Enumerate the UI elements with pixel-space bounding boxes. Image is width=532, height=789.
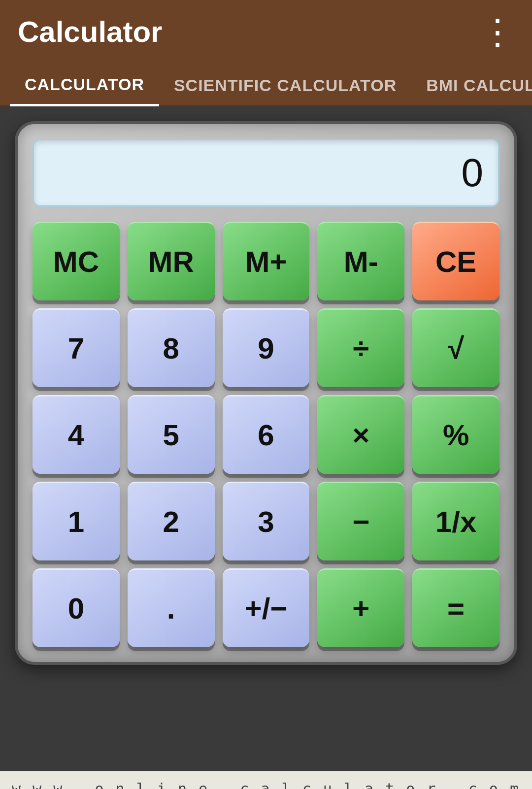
button-equals[interactable]: =: [412, 568, 499, 647]
button-subtract[interactable]: −: [317, 482, 404, 560]
button-sign[interactable]: +/−: [223, 568, 310, 647]
button-inverse[interactable]: 1/x: [412, 482, 499, 560]
tab-bmi[interactable]: BMI CALCULA: [411, 64, 532, 105]
app-title: Calculator: [18, 15, 162, 49]
button-0[interactable]: 0: [33, 568, 120, 647]
button-8[interactable]: 8: [128, 308, 215, 387]
button-3[interactable]: 3: [223, 482, 310, 560]
button-add[interactable]: +: [317, 568, 404, 647]
tab-calculator[interactable]: CALCULATOR: [10, 63, 159, 106]
button-mc[interactable]: MC: [33, 222, 120, 300]
button-9[interactable]: 9: [223, 308, 310, 387]
button-sqrt[interactable]: √: [412, 308, 499, 387]
tab-scientific[interactable]: SCIENTIFIC CALCULATOR: [159, 64, 411, 105]
button-2[interactable]: 2: [128, 482, 215, 560]
calculator-body: 0 MC MR M+ M- CE 7 8 9 ÷ √ 4 5 6 × % 1 2…: [15, 121, 517, 665]
menu-icon[interactable]: ⋮: [480, 14, 514, 49]
button-divide[interactable]: ÷: [317, 308, 404, 387]
button-percent[interactable]: %: [412, 395, 499, 474]
button-1[interactable]: 1: [33, 482, 120, 560]
button-mminus[interactable]: M-: [317, 222, 404, 300]
button-dot[interactable]: .: [128, 568, 215, 647]
button-mr[interactable]: MR: [128, 222, 215, 300]
button-mplus[interactable]: M+: [223, 222, 310, 300]
button-multiply[interactable]: ×: [317, 395, 404, 474]
calculator-display: 0: [33, 139, 499, 207]
footer-text: w w w . o n l i n e - c a l c u l a t o …: [12, 780, 520, 789]
button-grid: MC MR M+ M- CE 7 8 9 ÷ √ 4 5 6 × % 1 2 3…: [33, 222, 499, 647]
footer: w w w . o n l i n e - c a l c u l a t o …: [0, 771, 532, 789]
button-4[interactable]: 4: [33, 395, 120, 474]
app-bar: Calculator ⋮: [0, 0, 532, 63]
display-value: 0: [462, 150, 484, 196]
button-7[interactable]: 7: [33, 308, 120, 387]
button-5[interactable]: 5: [128, 395, 215, 474]
calculator-wrapper: 0 MC MR M+ M- CE 7 8 9 ÷ √ 4 5 6 × % 1 2…: [0, 106, 532, 771]
button-ce[interactable]: CE: [412, 222, 499, 300]
tab-bar: CALCULATOR SCIENTIFIC CALCULATOR BMI CAL…: [0, 63, 532, 106]
button-6[interactable]: 6: [223, 395, 310, 474]
